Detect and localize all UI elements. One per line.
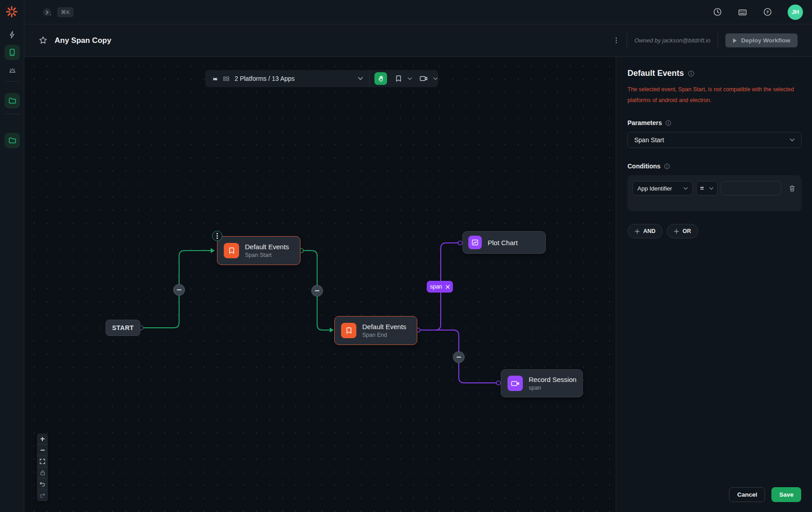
lock-interactivity-button[interactable]	[37, 467, 48, 479]
edge-collapse-button[interactable]	[173, 284, 185, 296]
android-platform-icon	[212, 75, 219, 82]
node-menu-button[interactable]	[212, 231, 222, 241]
condition-field-select[interactable]: App Identifier	[632, 181, 693, 195]
electron-platform-icon	[222, 75, 230, 83]
alarm-bell-icon	[8, 66, 17, 74]
favorite-button[interactable]	[39, 36, 47, 45]
header-divider	[627, 33, 627, 48]
star-icon	[39, 36, 47, 45]
plus-icon	[674, 229, 679, 234]
node-settings-panel: Default Events The selected event, Span …	[616, 57, 812, 512]
chevron-down-icon	[709, 187, 714, 190]
lock-icon	[40, 470, 45, 475]
sidebar-divider	[5, 114, 19, 114]
header-divider	[718, 33, 718, 48]
fit-view-button[interactable]	[37, 456, 48, 467]
workflow-edges	[24, 57, 616, 512]
sidebar-collapse-button[interactable]	[43, 8, 51, 16]
parameters-label: Parameters	[627, 119, 662, 126]
pan-tool-button[interactable]	[374, 72, 387, 85]
add-and-condition-button[interactable]: AND	[627, 224, 663, 238]
redo-icon	[40, 493, 45, 498]
delete-condition-button[interactable]	[789, 185, 795, 192]
cancel-button[interactable]: Cancel	[729, 487, 765, 502]
edge-collapse-button[interactable]	[311, 285, 323, 297]
bitdrift-logo-icon[interactable]	[2, 2, 22, 22]
mobile-device-icon	[8, 48, 16, 56]
zoom-out-button[interactable]	[37, 445, 48, 456]
sidebar-item-folder-active[interactable]	[5, 133, 20, 148]
history-button[interactable]	[713, 7, 722, 17]
top-bar: ⌘K ? JH	[24, 0, 812, 24]
bookmark-icon	[395, 75, 402, 82]
panel-title: Default Events	[627, 69, 684, 78]
parameter-select[interactable]: Span Start	[627, 132, 802, 148]
undo-button[interactable]	[37, 479, 48, 490]
platforms-chevron[interactable]	[358, 77, 363, 80]
keyboard-shortcuts-button[interactable]	[738, 7, 747, 17]
folder-icon	[8, 97, 17, 105]
page-header: Any Span Copy Owned by jackson@bitdrift.…	[24, 24, 812, 57]
node-subtitle: Span End	[362, 332, 406, 338]
node-subtitle: span	[529, 385, 577, 391]
record-tool-button[interactable]	[420, 75, 428, 82]
canvas-zoom-controls	[37, 433, 48, 501]
sidebar-item-folder-group[interactable]	[5, 93, 20, 108]
canvas-toolbar: 2 Platforms / 13 Apps	[205, 70, 438, 87]
chevron-down-icon	[683, 187, 688, 190]
node-subtitle: Span Start	[245, 252, 289, 258]
sidebar-item-devices[interactable]	[5, 45, 20, 60]
node-plot-chart[interactable]: Plot Chart	[462, 231, 546, 254]
node-title: Default Events	[362, 323, 406, 330]
workflow-canvas[interactable]: 2 Platforms / 13 Apps START	[24, 57, 616, 512]
sidebar-item-alerts[interactable]	[5, 62, 20, 78]
plus-icon	[41, 438, 45, 439]
sidebar-divider	[5, 81, 19, 82]
edge-label-span[interactable]: span	[427, 281, 453, 293]
search-shortcut-badge: ⌘K	[57, 7, 74, 17]
toolbar-divider	[369, 70, 370, 87]
clock-icon	[713, 7, 722, 17]
workflow-menu-button[interactable]	[613, 40, 620, 41]
zoom-in-button[interactable]	[37, 433, 48, 445]
node-default-events-span-end[interactable]: Default Events Span End	[334, 316, 417, 345]
info-icon	[688, 70, 694, 77]
minus-icon	[457, 357, 461, 358]
help-button[interactable]: ?	[763, 7, 772, 17]
workflow-editor-app: ⌘K ? JH Any Span Copy Owned by jackson@	[0, 0, 812, 512]
condition-operator-select[interactable]: =	[696, 181, 718, 195]
node-start[interactable]: START	[106, 320, 140, 336]
question-circle-icon: ?	[763, 7, 772, 17]
deploy-workflow-button[interactable]: Deploy Workflow	[725, 33, 798, 47]
bookmark-tool-chevron[interactable]	[407, 77, 412, 80]
user-avatar[interactable]: JH	[788, 5, 803, 20]
line-chart-icon	[468, 236, 482, 249]
conditions-label: Conditions	[627, 163, 660, 170]
save-button[interactable]: Save	[771, 487, 801, 502]
node-title: Default Events	[245, 243, 289, 251]
minus-icon	[41, 450, 45, 451]
platforms-selector[interactable]: 2 Platforms / 13 Apps	[235, 75, 295, 82]
bookmark-node-icon	[341, 323, 356, 338]
trash-icon	[789, 185, 795, 192]
minus-icon	[177, 289, 181, 290]
close-icon[interactable]	[446, 285, 450, 289]
lightning-icon	[8, 31, 16, 39]
node-record-session[interactable]: Record Session span	[501, 369, 583, 397]
play-icon	[733, 38, 737, 43]
redo-button[interactable]	[37, 490, 48, 501]
bookmark-tool-button[interactable]	[395, 75, 402, 82]
node-default-events-span-start[interactable]: Default Events Span Start	[217, 236, 300, 265]
chevron-down-icon	[433, 77, 438, 80]
node-title: Record Session	[529, 376, 577, 383]
add-or-condition-button[interactable]: OR	[667, 224, 698, 238]
condition-value-input[interactable]	[721, 181, 781, 195]
node-title: Plot Chart	[488, 239, 518, 247]
edge-collapse-button[interactable]	[453, 351, 465, 363]
record-tool-chevron[interactable]	[433, 77, 438, 80]
hand-icon	[378, 75, 384, 82]
kebab-menu-icon	[616, 40, 617, 41]
left-sidebar	[0, 0, 24, 512]
sidebar-item-workflows[interactable]	[5, 27, 20, 42]
page-title: Any Span Copy	[55, 36, 111, 45]
